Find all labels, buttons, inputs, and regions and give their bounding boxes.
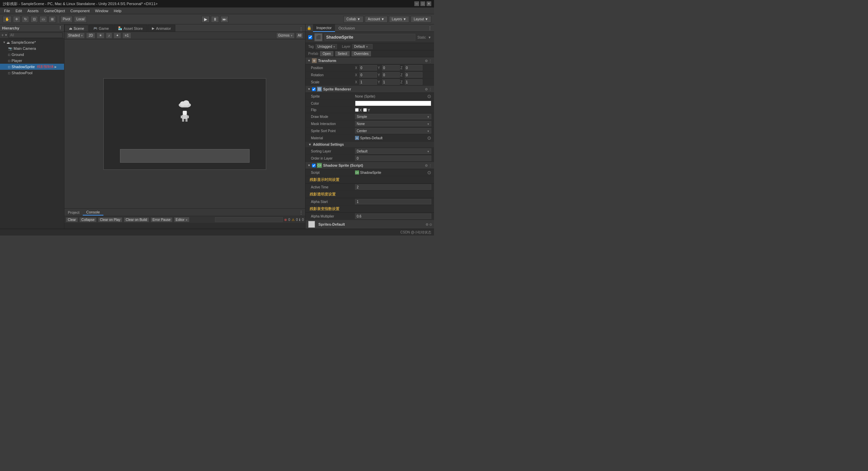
pause-button[interactable]: ⏸ xyxy=(211,16,219,23)
menu-gameobject[interactable]: GameObject xyxy=(41,8,68,14)
prefab-select-button[interactable]: Select xyxy=(335,51,350,56)
2d-button[interactable]: 2D xyxy=(86,33,95,39)
gizmos-dropdown[interactable]: Gizmos xyxy=(276,33,295,39)
shadow-script-enable-checkbox[interactable] xyxy=(312,164,316,167)
hierarchy-item-maincamera[interactable]: 📷 Main Camera xyxy=(0,45,64,52)
account-button[interactable]: Account ▼ xyxy=(365,16,388,23)
additional-settings-row[interactable]: ▼ Additional Settings xyxy=(305,142,434,148)
alphamultiplier-input[interactable] xyxy=(355,213,431,219)
lock-icon[interactable]: 🔒 xyxy=(305,25,313,31)
color-swatch[interactable] xyxy=(355,101,431,106)
go-active-checkbox[interactable] xyxy=(308,35,312,39)
rotate-tool-button[interactable]: ↻ xyxy=(22,16,29,23)
spritesortpoint-dropdown[interactable]: Center xyxy=(355,128,431,134)
hierarchy-item-ground[interactable]: □ Ground xyxy=(0,52,64,58)
menu-help[interactable]: Help xyxy=(111,8,124,14)
shading-dropdown[interactable]: Shaded xyxy=(66,33,85,39)
tab-game[interactable]: 🎮Game xyxy=(89,25,113,32)
orderinlayer-input[interactable] xyxy=(355,156,431,161)
sortinglayer-dropdown[interactable]: Default xyxy=(355,148,431,154)
sprite-renderer-settings-icon[interactable]: ⚙ xyxy=(425,87,428,91)
script-picker-icon[interactable]: ⊙ xyxy=(427,170,431,175)
prefab-open-button[interactable]: Open xyxy=(320,51,333,56)
material-settings-icon[interactable]: ⚙ xyxy=(426,223,429,226)
minimize-button[interactable]: ─ xyxy=(414,1,419,6)
material-more-icon[interactable]: ⊙ xyxy=(429,223,432,226)
all-dropdown[interactable]: All xyxy=(296,33,303,39)
error-pause-button[interactable]: Error Pause xyxy=(151,217,173,222)
tab-inspector[interactable]: Inspector xyxy=(313,24,335,32)
hierarchy-item-player[interactable]: □ Player xyxy=(0,58,64,64)
editor-dropdown[interactable]: Editor xyxy=(174,217,190,222)
scale-tool-button[interactable]: ⊡ xyxy=(31,16,38,23)
scale-y-input[interactable] xyxy=(382,79,400,85)
step-button[interactable]: ⏭ xyxy=(220,16,229,23)
clear-on-build-button[interactable]: Clear on Build xyxy=(124,217,149,222)
scale-x-input[interactable] xyxy=(359,79,377,85)
inspector-menu[interactable]: ⋮ xyxy=(426,26,434,30)
position-y-input[interactable] xyxy=(382,65,400,70)
hierarchy-item-shadowsprite[interactable]: □ ShadowSprite 残影预制体 ▶ xyxy=(0,64,64,70)
menu-component[interactable]: Component xyxy=(67,8,92,14)
layout-button[interactable]: Layout ▼ xyxy=(411,16,431,23)
position-z-input[interactable] xyxy=(405,65,422,70)
rotation-x-input[interactable] xyxy=(359,72,377,78)
hierarchy-item-samplescene[interactable]: ▼ ⛰ SampleScene* xyxy=(0,39,64,45)
transform-tool-button[interactable]: ⊞ xyxy=(48,16,56,23)
tab-asset-store[interactable]: 🏪Asset Store xyxy=(114,25,147,32)
move-tool-button[interactable]: ✛ xyxy=(13,16,20,23)
scene-tabs-menu[interactable]: ⋮ xyxy=(297,27,305,32)
transform-settings-icon[interactable]: ⚙ xyxy=(425,59,428,63)
bottom-tabs-menu[interactable]: ⋮ xyxy=(297,210,305,215)
pivot-button[interactable]: Pivot xyxy=(60,16,73,23)
scale-z-input[interactable] xyxy=(405,79,422,85)
tab-occlusion[interactable]: Occlusion xyxy=(335,24,358,32)
shadow-script-more-icon[interactable]: ⋮ xyxy=(429,164,432,167)
fx-button[interactable]: ✦ xyxy=(114,33,121,39)
shadow-script-settings-icon[interactable]: ⚙ xyxy=(425,164,428,167)
scene-view[interactable] xyxy=(64,39,305,208)
prefab-overrides-button[interactable]: Overrides xyxy=(352,51,371,56)
flip-y-input[interactable] xyxy=(363,108,367,112)
maskinteraction-dropdown[interactable]: None xyxy=(355,121,431,126)
close-button[interactable]: ✕ xyxy=(427,1,431,6)
hierarchy-search-input[interactable] xyxy=(8,33,63,38)
alphastart-input[interactable] xyxy=(355,199,431,204)
material-component-header[interactable]: Sprites-Default ⚙ ⊙ xyxy=(305,220,434,229)
lights-button[interactable]: ☀ xyxy=(97,33,104,39)
transform-more-icon[interactable]: ⋮ xyxy=(429,59,432,63)
audio-button[interactable]: ♪ xyxy=(106,33,112,39)
transform-header[interactable]: ▼ ⊕ Transform ⚙ ⋮ xyxy=(305,57,434,64)
menu-file[interactable]: File xyxy=(1,8,13,14)
collab-button[interactable]: Collab ▼ xyxy=(343,16,363,23)
layer-dropdown[interactable]: Default xyxy=(352,44,373,49)
console-search-input[interactable] xyxy=(215,217,283,222)
drawmode-dropdown[interactable]: Simple xyxy=(355,114,431,119)
menu-assets[interactable]: Assets xyxy=(25,8,41,14)
rotation-y-input[interactable] xyxy=(382,72,400,78)
tab-scene[interactable]: ⛰Scene xyxy=(64,25,88,32)
hierarchy-item-shadowpool[interactable]: □ ShadowPool xyxy=(0,70,64,76)
static-dropdown-arrow[interactable]: ▼ xyxy=(428,36,431,39)
scene-view-mode[interactable]: ≡1 xyxy=(122,33,131,39)
sprite-renderer-header[interactable]: ▼ 🖼 Sprite Renderer ⚙ ⋮ xyxy=(305,86,434,93)
hierarchy-menu-icon[interactable]: ⋮ xyxy=(58,26,62,30)
play-button[interactable]: ▶ xyxy=(201,16,210,23)
sprite-renderer-enable-checkbox[interactable] xyxy=(312,87,316,91)
rotation-z-input[interactable] xyxy=(405,72,422,78)
layers-button[interactable]: Layers ▼ xyxy=(389,16,410,23)
rect-tool-button[interactable]: ▭ xyxy=(39,16,47,23)
clear-button[interactable]: Clear xyxy=(66,217,78,222)
sprite-picker-icon[interactable]: ⊙ xyxy=(427,94,431,99)
collapse-button[interactable]: Collapse xyxy=(79,217,97,222)
material-picker-icon[interactable]: ⊙ xyxy=(427,135,431,141)
shadow-script-header[interactable]: ▼ C# Shadow Sprite (Script) ⚙ ⋮ xyxy=(305,162,434,169)
tab-project[interactable]: Project xyxy=(64,210,83,215)
go-name-input[interactable] xyxy=(324,34,415,41)
menu-window[interactable]: Window xyxy=(92,8,111,14)
position-x-input[interactable] xyxy=(359,65,377,70)
activetime-input[interactable] xyxy=(355,184,431,190)
sprite-renderer-more-icon[interactable]: ⋮ xyxy=(429,87,432,91)
hierarchy-add-icon[interactable]: + xyxy=(1,33,4,38)
hand-tool-button[interactable]: ✋ xyxy=(3,16,12,23)
